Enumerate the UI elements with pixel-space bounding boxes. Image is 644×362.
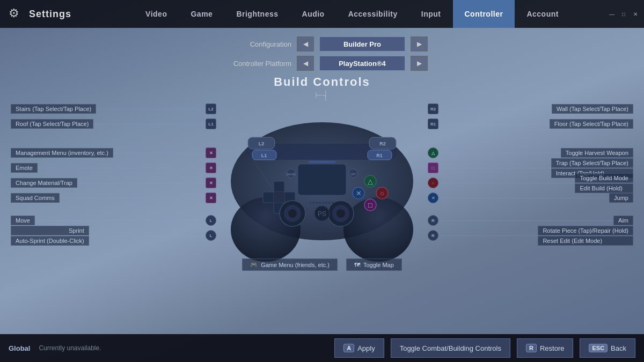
tab-brightness[interactable]: Brightness — [224, 0, 290, 28]
platform-value: PlayStation®4 — [319, 56, 405, 71]
global-label: Global — [9, 344, 30, 352]
game-menu-label: 🎮 Game Menu (friends, etc.) — [242, 258, 338, 271]
material-label: Change Material/Trap — [11, 178, 77, 188]
svg-rect-46 — [309, 161, 335, 163]
label-squad: Squad Comms ✕ — [11, 191, 217, 205]
svg-point-38 — [309, 202, 311, 204]
svg-point-2 — [343, 197, 413, 262]
controller-image: L2 R2 L1 R1 SHARE OPT — [215, 101, 429, 271]
title-bar-left: ⚙ Settings — [0, 6, 97, 21]
svg-text:PS: PS — [318, 210, 326, 218]
r1-badge: R1 — [428, 119, 438, 129]
harvest-label: Toggle Harvest Weapon — [561, 148, 633, 158]
tab-video[interactable]: Video — [134, 0, 179, 28]
toggle-combat-button[interactable]: Toggle Combat/Building Controls — [391, 338, 510, 358]
label-buildmode: Toggle Build Mode Edit Build (Hold) ○ — [427, 176, 633, 190]
restore-label: Restore — [540, 344, 565, 352]
nav-tabs: Video Game Brightness Audio Accessibilit… — [97, 0, 608, 28]
tab-audio[interactable]: Audio — [290, 0, 336, 28]
tab-controller[interactable]: Controller — [453, 0, 515, 28]
config-prev-button[interactable]: ◀ — [297, 36, 314, 51]
jump-label: Jump — [609, 193, 633, 203]
tab-game[interactable]: Game — [179, 0, 224, 28]
platform-label: Controller Platform — [216, 60, 291, 68]
label-sprint: Sprint Auto-Sprint (Double-Click) L — [11, 228, 217, 242]
game-menu-icon: 🎮 — [250, 261, 258, 268]
config-row: Configuration ◀ Builder Pro ▶ — [11, 36, 633, 51]
toggle-map-label: 🗺 Toggle Map — [346, 258, 402, 271]
config-label: Configuration — [216, 40, 291, 48]
build-controls-title: Build Controls ⊢┤ — [274, 75, 370, 100]
label-management: Management Menu (inventory, etc.) ✕ — [11, 146, 217, 160]
label-rotate: Rotate Piece (Tap)/Repair (Hold) Reset E… — [427, 228, 633, 242]
svg-text:○: ○ — [380, 189, 384, 197]
restore-key-badge: R — [526, 344, 537, 352]
minimize-button[interactable]: — — [608, 10, 616, 18]
buildmode-label: Toggle Build Mode — [575, 173, 633, 183]
bottom-controller-labels: 🎮 Game Menu (friends, etc.) 🗺 Toggle Map — [215, 258, 429, 271]
tab-input[interactable]: Input — [409, 0, 453, 28]
svg-text:R1: R1 — [376, 153, 383, 158]
svg-text:OPT: OPT — [350, 173, 356, 176]
back-label: Back — [611, 344, 626, 352]
svg-point-40 — [316, 202, 318, 204]
restore-button[interactable]: R Restore — [517, 338, 573, 358]
bottom-bar: Global Currently unavailable. A Apply To… — [0, 334, 644, 362]
svg-point-43 — [325, 202, 327, 204]
svg-point-32 — [288, 209, 297, 218]
global-status: Currently unavailable. — [39, 344, 328, 352]
label-floor: Floor (Tap Select/Tap Place) R1 — [427, 117, 633, 131]
square-badge: □ — [428, 162, 438, 173]
svg-text:L1: L1 — [261, 153, 267, 158]
svg-rect-21 — [274, 192, 284, 203]
sprint-labels: Sprint Auto-Sprint (Double-Click) — [11, 226, 89, 246]
apply-button[interactable]: A Apply — [334, 338, 384, 358]
svg-rect-19 — [263, 192, 274, 203]
autosprint-label: Auto-Sprint (Double-Click) — [11, 236, 89, 246]
maximize-button[interactable]: □ — [619, 10, 628, 18]
apply-label: Apply — [357, 344, 375, 352]
label-emote: Emote ✕ — [11, 161, 217, 175]
stairs-label: Stairs (Tap Select/Tap Place) — [11, 104, 96, 114]
squad-label: Squad Comms — [11, 193, 60, 203]
back-key-badge: ESC — [589, 344, 608, 352]
close-button[interactable]: ✕ — [631, 10, 640, 18]
svg-point-41 — [319, 202, 321, 204]
sprint-label: Sprint — [11, 226, 89, 235]
platform-prev-button[interactable]: ◀ — [297, 56, 314, 71]
wall-label: Wall (Tap Select/Tap Place) — [552, 104, 633, 114]
svg-text:□: □ — [368, 201, 372, 209]
svg-point-39 — [312, 202, 314, 204]
svg-text:L2: L2 — [259, 141, 265, 146]
label-material: Change Material/Trap ✕ — [11, 176, 217, 190]
tab-account[interactable]: Account — [515, 0, 570, 28]
label-jump: Jump ✕ — [427, 191, 633, 205]
left-labels-panel: Stairs (Tap Select/Tap Place) L2 Roof (T… — [11, 86, 217, 243]
title-bar: ⚙ Settings Video Game Brightness Audio A… — [0, 0, 644, 28]
right-labels-panel: Wall (Tap Select/Tap Place) R2 Floor (Ta… — [427, 86, 633, 243]
label-roof: Roof (Tap Select/Tap Place) L1 — [11, 117, 217, 131]
svg-rect-12 — [298, 164, 346, 195]
svg-text:△: △ — [368, 178, 373, 186]
svg-rect-17 — [274, 181, 284, 192]
r2-badge: R2 — [428, 104, 438, 114]
svg-point-44 — [328, 202, 331, 204]
label-wall: Wall (Tap Select/Tap Place) R2 — [427, 102, 633, 116]
app-title: Settings — [29, 9, 71, 20]
editbuild-label: Edit Build (Hold) — [575, 183, 633, 193]
trap-label: Trap (Tap Select/Tap Place) — [551, 158, 633, 168]
config-next-button[interactable]: ▶ — [411, 36, 428, 51]
rotate-labels: Rotate Piece (Tap)/Repair (Hold) Reset E… — [538, 226, 633, 246]
apply-key-badge: A — [343, 344, 354, 352]
toggle-combat-label: Toggle Combat/Building Controls — [400, 344, 501, 352]
resetedit-label: Reset Edit (Edit Mode) — [538, 236, 633, 246]
label-stairs: Stairs (Tap Select/Tap Place) L2 — [11, 102, 217, 116]
platform-row: Controller Platform ◀ PlayStation®4 ▶ — [11, 56, 633, 71]
settings-gear-icon: ⚙ — [9, 6, 24, 21]
platform-next-button[interactable]: ▶ — [411, 56, 428, 71]
back-button[interactable]: ESC Back — [580, 338, 635, 358]
rotate-label: Rotate Piece (Tap)/Repair (Hold) — [538, 226, 633, 235]
svg-text:SHARE: SHARE — [286, 173, 296, 176]
tab-accessibility[interactable]: Accessibility — [336, 0, 409, 28]
svg-text:R2: R2 — [379, 141, 386, 146]
